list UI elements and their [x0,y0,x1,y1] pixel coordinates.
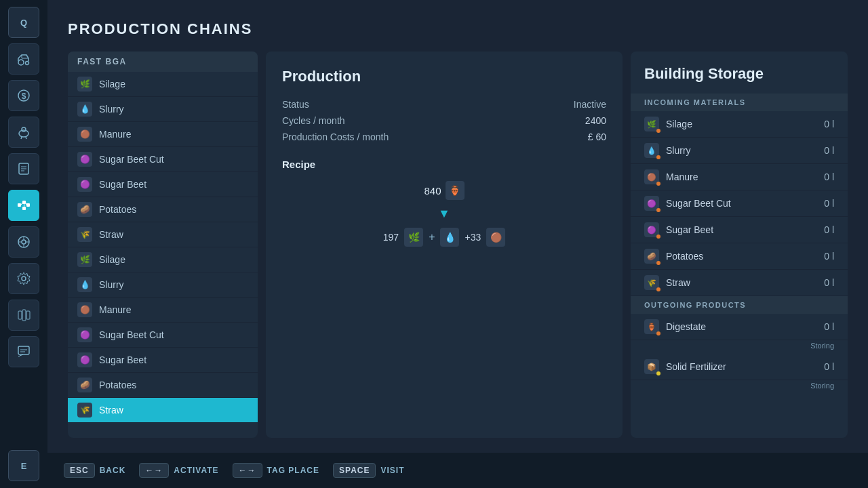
incoming-icon-1: 💧 [644,143,659,158]
outgoing-header: OUTGOING PRODUCTS [631,296,848,314]
list-item-sugarbeetcut1[interactable]: 🟣 Sugar Beet Cut [68,147,258,172]
sidebar-btn-field-overview[interactable] [8,226,39,258]
sidebar-btn-settings[interactable] [8,263,39,294]
svg-rect-27 [22,310,26,321]
list-item-slurry1[interactable]: 💧 Slurry [68,97,258,122]
incoming-dot-3 [656,208,660,212]
outgoing-icon-1: 📦 [644,359,659,374]
outgoing-group-1: 📦 Solid Fertilizer 0 l Storing [631,354,848,394]
list-item-manure1[interactable]: 🟤 Manure [68,122,258,147]
svg-line-17 [26,203,26,205]
list-item-silage2[interactable]: 🌿 Silage [68,247,258,272]
sidebar-btn-map[interactable] [8,300,39,331]
esc-key-badge[interactable]: ESC [64,463,95,478]
sidebar-key-q[interactable]: Q [8,7,39,38]
svg-rect-15 [22,207,26,210]
production-panel: Production Status Inactive Cycles / mont… [266,52,623,438]
incoming-label-2: Manure [666,171,698,182]
status-value: Inactive [574,99,606,110]
sidebar-btn-production-chains[interactable] [8,190,39,221]
svg-point-25 [22,277,26,281]
sidebar-btn-animals[interactable] [8,117,39,148]
list-item-straw1[interactable]: 🌾 Straw [68,222,258,247]
content-area: FAST BGA 🌿 Silage 💧 Slurry 🟤 Manure 🟣 Su… [68,52,848,438]
list-item-slurry2[interactable]: 💧 Slurry [68,272,258,298]
list-item-sugarbeet2[interactable]: 🟣 Sugar Beet [68,348,258,373]
action-activate: ←→ ACTIVATE [139,463,218,478]
item-icon-potatoes1: 🥔 [77,202,92,217]
tag-key-badge[interactable]: ←→ [233,463,262,478]
cycles-value: 2400 [585,115,606,126]
item-label-straw2: Straw [99,405,123,415]
incoming-icon-3: 🟣 [644,196,659,211]
item-icon-silage1: 🌿 [77,77,92,92]
main-content: PRODUCTION CHAINS FAST BGA 🌿 Silage 💧 Sl… [47,0,868,488]
svg-point-5 [22,127,26,131]
sidebar-btn-contracts[interactable] [8,153,39,184]
svg-rect-29 [18,346,29,354]
item-icon-potatoes2: 🥔 [77,378,92,392]
cycles-row: Cycles / month 2400 [282,115,606,126]
incoming-label-6: Straw [666,277,690,288]
sidebar-btn-finance[interactable]: $ [8,80,39,111]
recipe-display: 840 🏺 ▼ 197 🌿 + 💧 +33 🟤 [282,181,606,247]
svg-rect-12 [18,203,21,207]
svg-point-0 [18,60,24,65]
item-icon-sugarbeetcut1: 🟣 [77,152,92,167]
item-label-potatoes2: Potatoes [99,380,136,390]
svg-line-7 [26,137,26,139]
list-item-potatoes1[interactable]: 🥔 Potatoes [68,197,258,222]
sidebar-btn-tractor[interactable] [8,43,39,75]
cycles-label: Cycles / month [282,115,345,126]
list-item-straw2[interactable]: 🌾 Straw [68,398,258,423]
incoming-value-0: 0 l [824,119,834,129]
incoming-dot-2 [656,182,660,186]
outgoing-value-1: 0 l [824,361,834,372]
recipe-arrow-icon: ▼ [438,207,450,221]
production-title: Production [282,68,606,85]
recipe-input1-icon: 🌿 [404,228,423,247]
list-item-potatoes2[interactable]: 🥔 Potatoes [68,373,258,398]
svg-rect-13 [22,201,26,204]
item-icon-manure1: 🟤 [77,127,92,142]
outgoing-dot-1 [656,371,660,375]
visit-label: VISIT [380,466,404,475]
item-icon-slurry1: 💧 [77,102,92,117]
space-key-badge[interactable]: SPACE [333,463,376,478]
item-label-sugarbeet2: Sugar Beet [99,354,146,365]
item-icon-silage2: 🌿 [77,252,92,267]
item-label-slurry2: Slurry [99,279,124,290]
incoming-row-0: 🌿 Silage 0 l [631,111,848,138]
recipe-input1-amount: 197 [383,232,399,243]
incoming-label-3: Sugar Beet Cut [666,198,731,209]
list-item-sugarbeet1[interactable]: 🟣 Sugar Beet [68,172,258,197]
incoming-row-4: 🟣 Sugar Beet 0 l [631,217,848,243]
item-label-sugarbeetcut1: Sugar Beet Cut [99,154,164,165]
list-item-silage1[interactable]: 🌿 Silage [68,72,258,97]
item-icon-sugarbeet2: 🟣 [77,352,92,367]
incoming-dot-0 [656,129,660,133]
sidebar-btn-help[interactable] [8,336,39,367]
storing-label-1: Storing [631,380,848,394]
svg-line-6 [21,137,22,139]
svg-point-1 [26,62,29,65]
action-visit: SPACE VISIT [333,463,404,478]
incoming-header: INCOMING MATERIALS [631,94,848,111]
incoming-label-4: Sugar Beet [666,224,713,235]
incoming-value-1: 0 l [824,145,834,156]
outgoing-dot-0 [656,331,660,336]
incoming-value-3: 0 l [824,198,834,209]
list-item-sugarbeetcut2[interactable]: 🟣 Sugar Beet Cut [68,323,258,348]
sidebar-key-e[interactable]: E [8,450,39,481]
recipe-input2-icon: 💧 [440,228,459,247]
recipe-input3-icon: 🟤 [486,228,505,247]
tag-label: TAG PLACE [267,466,319,475]
outgoing-row-0: 🏺 Digestate 0 l [631,314,848,340]
list-item-manure2[interactable]: 🟤 Manure [68,298,258,323]
left-panel: FAST BGA 🌿 Silage 💧 Slurry 🟤 Manure 🟣 Su… [68,52,258,438]
recipe-output-icon: 🏺 [446,181,465,200]
activate-key-badge[interactable]: ←→ [139,463,169,478]
outgoing-icon-0: 🏺 [644,319,659,334]
item-label-slurry1: Slurry [99,104,124,115]
svg-rect-28 [26,311,30,319]
